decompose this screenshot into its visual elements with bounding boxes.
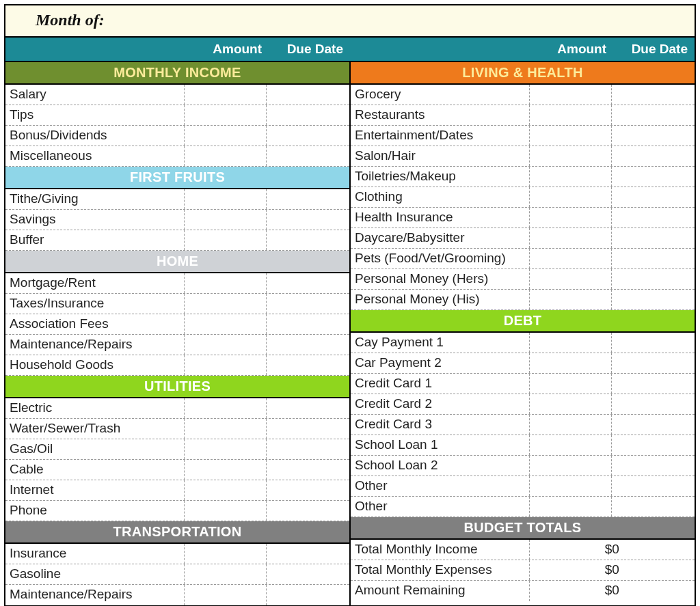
row-label: Cable	[5, 460, 185, 480]
row-amount[interactable]	[185, 460, 267, 480]
row-amount[interactable]	[530, 394, 612, 414]
row-amount[interactable]	[530, 228, 612, 248]
month-of-title: Month of:	[5, 5, 695, 38]
row-amount[interactable]	[185, 146, 267, 166]
row-due[interactable]	[612, 167, 695, 187]
row-due[interactable]	[267, 585, 349, 605]
row-due[interactable]	[612, 476, 695, 496]
row-due[interactable]	[267, 230, 349, 250]
row-due[interactable]	[267, 294, 349, 314]
row-due[interactable]	[267, 501, 349, 521]
row-due[interactable]	[612, 456, 695, 476]
budget-row: Cable	[5, 460, 349, 480]
row-amount[interactable]	[185, 355, 267, 375]
row-amount[interactable]	[530, 105, 612, 125]
row-due[interactable]	[612, 187, 695, 207]
row-amount[interactable]	[530, 167, 612, 187]
row-label: Credit Card 3	[351, 415, 530, 435]
row-due[interactable]	[267, 146, 349, 166]
row-amount[interactable]	[185, 398, 267, 418]
row-amount[interactable]	[530, 290, 612, 309]
row-due[interactable]	[267, 126, 349, 146]
row-due[interactable]	[267, 564, 349, 584]
row-amount[interactable]	[530, 269, 612, 289]
row-amount[interactable]	[185, 501, 267, 521]
row-amount[interactable]	[530, 333, 612, 353]
row-due[interactable]	[267, 314, 349, 334]
row-label: Cay Payment 1	[351, 333, 530, 353]
row-due[interactable]	[612, 85, 695, 105]
section-header: MONTHLY INCOME	[5, 62, 349, 85]
row-due[interactable]	[612, 126, 695, 146]
row-amount[interactable]	[530, 374, 612, 394]
row-amount[interactable]	[530, 353, 612, 373]
row-amount[interactable]	[185, 419, 267, 439]
row-due[interactable]	[612, 249, 695, 268]
row-due[interactable]	[267, 439, 349, 459]
row-due[interactable]	[267, 273, 349, 293]
row-label: Credit Card 1	[351, 374, 530, 394]
totals-value: $0	[530, 560, 695, 580]
budget-row: School Loan 2	[351, 456, 695, 476]
budget-row: Gasoline	[5, 564, 349, 585]
row-amount[interactable]	[185, 564, 267, 584]
row-amount[interactable]	[530, 249, 612, 268]
row-amount[interactable]	[185, 439, 267, 459]
row-due[interactable]	[612, 269, 695, 289]
row-amount[interactable]	[530, 85, 612, 105]
row-amount[interactable]	[530, 497, 612, 517]
row-due[interactable]	[612, 333, 695, 353]
row-amount[interactable]	[530, 435, 612, 455]
row-amount[interactable]	[185, 585, 267, 605]
row-due[interactable]	[612, 415, 695, 435]
row-label: Savings	[5, 210, 185, 230]
row-amount[interactable]	[530, 187, 612, 207]
row-due[interactable]	[612, 353, 695, 373]
row-due[interactable]	[612, 208, 695, 228]
row-due[interactable]	[267, 398, 349, 418]
row-amount[interactable]	[530, 476, 612, 496]
row-amount[interactable]	[185, 85, 267, 105]
row-due[interactable]	[267, 544, 349, 564]
row-amount[interactable]	[185, 273, 267, 293]
row-label: Salary	[5, 85, 185, 105]
row-due[interactable]	[267, 210, 349, 230]
row-due[interactable]	[612, 105, 695, 125]
row-amount[interactable]	[530, 146, 612, 166]
row-amount[interactable]	[185, 126, 267, 146]
row-amount[interactable]	[185, 210, 267, 230]
row-due[interactable]	[267, 355, 349, 375]
row-amount[interactable]	[530, 415, 612, 435]
row-amount[interactable]	[530, 208, 612, 228]
row-amount[interactable]	[185, 230, 267, 250]
totals-label: Total Monthly Income	[351, 540, 530, 560]
row-amount[interactable]	[185, 294, 267, 314]
totals-row: Total Monthly Income$0	[351, 540, 695, 560]
budget-row: Daycare/Babysitter	[351, 228, 695, 249]
row-due[interactable]	[612, 146, 695, 166]
row-due[interactable]	[267, 460, 349, 480]
row-amount[interactable]	[185, 105, 267, 125]
totals-label: Amount Remaining	[351, 581, 530, 601]
row-amount[interactable]	[185, 480, 267, 500]
row-due[interactable]	[267, 335, 349, 355]
row-amount[interactable]	[185, 189, 267, 209]
row-due[interactable]	[267, 105, 349, 125]
row-due[interactable]	[612, 435, 695, 455]
row-due[interactable]	[267, 189, 349, 209]
row-amount[interactable]	[530, 126, 612, 146]
row-amount[interactable]	[185, 544, 267, 564]
row-due[interactable]	[612, 228, 695, 248]
row-due[interactable]	[612, 374, 695, 394]
budget-row: Grocery	[351, 85, 695, 105]
row-due[interactable]	[267, 419, 349, 439]
row-amount[interactable]	[185, 335, 267, 355]
row-due[interactable]	[267, 480, 349, 500]
row-due[interactable]	[612, 290, 695, 309]
row-amount[interactable]	[530, 456, 612, 476]
row-amount[interactable]	[185, 314, 267, 334]
row-due[interactable]	[612, 394, 695, 414]
row-due[interactable]	[612, 497, 695, 517]
row-due[interactable]	[267, 85, 349, 105]
budget-row: Association Fees	[5, 314, 349, 335]
